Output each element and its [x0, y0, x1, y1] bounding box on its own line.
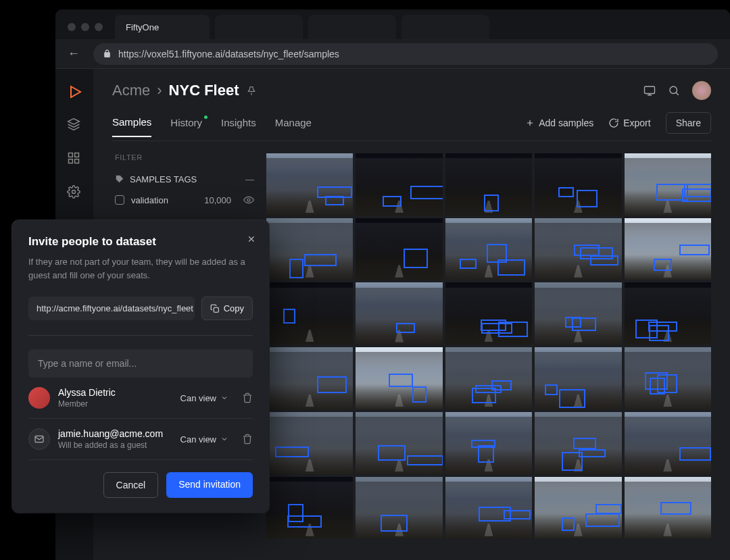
detection-box [289, 259, 303, 278]
chevron-down-icon [220, 394, 228, 402]
grid-icon[interactable] [67, 151, 82, 166]
sample-thumbnail[interactable] [445, 347, 532, 409]
back-button[interactable]: ← [68, 47, 84, 61]
filter-tag-validation[interactable]: validation 10,000 [115, 190, 254, 210]
sample-thumbnail[interactable] [266, 282, 353, 345]
remove-invitee-button[interactable] [242, 434, 253, 444]
tab-samples[interactable]: Samples [112, 116, 151, 137]
detection-box [410, 186, 443, 199]
tab-insights[interactable]: Insights [221, 117, 256, 136]
sample-thumbnail[interactable] [356, 412, 442, 474]
sample-thumbnail[interactable] [266, 218, 353, 280]
detection-box [562, 452, 583, 471]
svg-rect-4 [69, 159, 73, 163]
checkbox-icon[interactable] [115, 195, 124, 205]
sample-thumbnail[interactable] [356, 477, 442, 539]
browser-tab[interactable] [308, 15, 396, 39]
filter-section-tags[interactable]: SAMPLES TAGS — [115, 168, 254, 190]
copy-link-button[interactable]: Copy [201, 297, 253, 320]
display-icon[interactable] [643, 84, 656, 97]
detection-box [558, 187, 574, 197]
cancel-button[interactable]: Cancel [103, 472, 159, 498]
copy-icon [210, 304, 220, 313]
layers-icon[interactable] [67, 118, 82, 132]
detection-box [304, 254, 337, 266]
detection-box [275, 447, 309, 457]
sample-thumbnail[interactable] [535, 218, 621, 280]
settings-icon[interactable] [67, 185, 82, 200]
invitee-avatar-mail [28, 428, 50, 450]
browser-tab[interactable] [215, 15, 303, 39]
close-button[interactable]: ✕ [247, 234, 256, 245]
sample-thumbnail[interactable] [356, 282, 442, 345]
sample-thumbnail[interactable] [625, 282, 711, 345]
svg-marker-0 [71, 86, 80, 97]
sample-grid[interactable] [266, 153, 711, 560]
sample-thumbnail[interactable] [266, 477, 353, 539]
sample-thumbnail[interactable] [535, 153, 621, 215]
detection-box [484, 195, 499, 211]
sample-thumbnail[interactable] [266, 153, 353, 215]
invitee-role: Member [58, 399, 172, 409]
invite-email-input[interactable]: Type a name or email... [28, 349, 253, 378]
detection-box [577, 190, 598, 207]
sample-thumbnail[interactable] [625, 412, 711, 474]
sample-thumbnail[interactable] [266, 412, 353, 474]
detection-box [545, 384, 558, 395]
sample-thumbnail[interactable] [356, 347, 442, 409]
invitee-name: jamie.huang@acme.com [58, 428, 172, 439]
sample-thumbnail[interactable] [625, 347, 711, 409]
detection-box [317, 376, 346, 393]
pin-icon[interactable] [246, 85, 257, 96]
export-button[interactable]: Export [608, 118, 650, 128]
sample-thumbnail[interactable] [445, 477, 532, 539]
permission-dropdown[interactable]: Can view [180, 434, 228, 444]
breadcrumb-dataset[interactable]: NYC Fleet [169, 82, 239, 99]
sample-thumbnail[interactable] [356, 218, 442, 280]
browser-tab[interactable] [402, 15, 489, 39]
sample-thumbnail[interactable] [356, 153, 442, 215]
sample-thumbnail[interactable] [445, 218, 532, 280]
sample-thumbnail[interactable] [535, 477, 621, 539]
sample-thumbnail[interactable] [535, 412, 621, 474]
logo-icon[interactable] [67, 84, 82, 99]
tab-manage[interactable]: Manage [275, 117, 312, 136]
share-link-input[interactable]: http://acme.fiftyone.ai/datasets/nyc_fle… [28, 297, 195, 320]
share-button[interactable]: Share [666, 112, 711, 134]
detection-box [396, 323, 415, 334]
svg-point-8 [670, 86, 677, 94]
user-avatar[interactable] [692, 81, 711, 100]
remove-invitee-button[interactable] [242, 392, 253, 403]
detection-box [595, 504, 622, 514]
tab-actions: Add samples Export Share [525, 112, 711, 141]
detection-box [471, 440, 495, 449]
detection-box [383, 196, 402, 207]
sample-thumbnail[interactable] [535, 282, 621, 345]
collapse-icon[interactable]: — [245, 174, 254, 184]
sample-thumbnail[interactable] [625, 153, 711, 215]
sample-thumbnail[interactable] [445, 282, 532, 345]
address-bar: ← https://voxel51.fiftyone.ai/datasets/n… [55, 39, 730, 69]
sample-thumbnail[interactable] [266, 347, 353, 409]
detection-box [317, 186, 352, 198]
svg-rect-3 [75, 153, 79, 157]
url-input[interactable]: https://voxel51.fiftyone.ai/datasets/nyc… [93, 43, 718, 65]
eye-icon[interactable] [243, 195, 254, 205]
tab-history[interactable]: History [170, 117, 202, 136]
sample-thumbnail[interactable] [445, 153, 532, 215]
breadcrumb-org[interactable]: Acme [112, 82, 150, 99]
window-controls[interactable] [68, 23, 110, 39]
detection-box [381, 515, 408, 532]
permission-dropdown[interactable]: Can view [180, 393, 228, 403]
sample-thumbnail[interactable] [625, 218, 711, 280]
sample-thumbnail[interactable] [445, 412, 532, 474]
browser-tab-active[interactable]: FiftyOne [115, 15, 210, 39]
svg-rect-7 [645, 86, 655, 94]
modal-description: If they are not part of your team, they … [28, 255, 253, 282]
add-samples-button[interactable]: Add samples [525, 118, 593, 128]
sample-thumbnail[interactable] [625, 477, 711, 539]
send-invitation-button[interactable]: Send invitation [166, 472, 253, 498]
svg-rect-2 [69, 153, 73, 157]
sample-thumbnail[interactable] [535, 347, 621, 409]
search-icon[interactable] [668, 84, 680, 97]
